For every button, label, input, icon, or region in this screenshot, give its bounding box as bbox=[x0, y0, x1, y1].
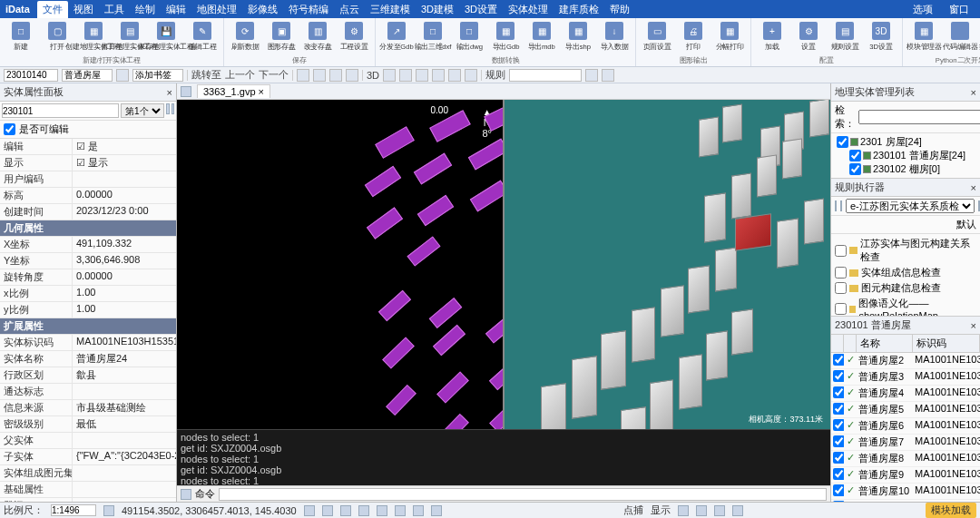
ribbon-button[interactable]: □新建 bbox=[4, 20, 38, 54]
ribbon-button[interactable]: ▦分幅打印 bbox=[712, 20, 747, 54]
viewport-tab[interactable]: 3363_1.gvp × bbox=[197, 84, 270, 98]
ribbon-button[interactable]: □输出dwg bbox=[452, 20, 486, 54]
building-3d[interactable] bbox=[688, 265, 710, 313]
building-3d[interactable] bbox=[572, 356, 597, 419]
ribbon-button[interactable]: 💾保存地理实体工程 bbox=[149, 20, 183, 54]
tree-item[interactable]: 2301 房屋[24] bbox=[833, 135, 978, 149]
ribbon-button[interactable]: ⚙工程设置 bbox=[337, 20, 371, 54]
building-2d[interactable] bbox=[386, 385, 416, 415]
status-icon[interactable] bbox=[431, 505, 442, 516]
building-3d[interactable] bbox=[661, 285, 684, 337]
row-checkbox[interactable] bbox=[833, 468, 844, 480]
building-3d[interactable] bbox=[706, 330, 728, 380]
building-3d[interactable] bbox=[731, 308, 753, 355]
building-3d[interactable] bbox=[715, 247, 737, 291]
ribbon-button[interactable]: 3D3D设置 bbox=[864, 20, 898, 54]
building-2d[interactable] bbox=[489, 359, 503, 390]
menu-item[interactable]: 文件 bbox=[37, 1, 68, 18]
status-icon[interactable] bbox=[358, 505, 369, 516]
menu-item[interactable]: 编辑 bbox=[161, 1, 191, 18]
menu-item[interactable]: 工具 bbox=[99, 1, 130, 18]
row-checkbox[interactable] bbox=[833, 354, 844, 366]
menu-item[interactable]: 窗口 bbox=[944, 1, 975, 18]
menu-item[interactable]: 建库质检 bbox=[554, 1, 604, 18]
tool-icon[interactable] bbox=[346, 69, 358, 82]
building-2d[interactable] bbox=[468, 139, 503, 171]
list-row[interactable]: ✓普通房屋7MA1001NE103H1535... bbox=[831, 435, 980, 451]
prop-row[interactable]: 实体名称普通房屋24 bbox=[0, 351, 176, 367]
tool-icon[interactable] bbox=[313, 69, 326, 82]
tree-checkbox[interactable] bbox=[849, 163, 861, 175]
list-row[interactable]: ✓普通房屋4MA1001NE103H1535... bbox=[831, 386, 980, 402]
prop-row[interactable]: 行政区划歙县 bbox=[0, 367, 176, 384]
row-checkbox[interactable] bbox=[833, 435, 844, 447]
ribbon-button[interactable]: 🖨打印 bbox=[676, 20, 710, 54]
row-checkbox[interactable] bbox=[833, 370, 844, 382]
building-3d[interactable] bbox=[704, 192, 726, 242]
building-2d[interactable] bbox=[375, 126, 415, 159]
prop-row[interactable]: 显示☑ 显示 bbox=[0, 155, 176, 171]
tab-close-icon[interactable]: × bbox=[259, 86, 264, 97]
prop-value[interactable]: MA1001NE103H15351422... bbox=[73, 335, 176, 350]
prop-row[interactable]: 旋转角度0.00000 bbox=[0, 269, 176, 286]
rule-checkbox[interactable] bbox=[835, 282, 847, 294]
building-3d[interactable] bbox=[782, 138, 802, 179]
prev-button[interactable]: 上一个 bbox=[225, 68, 255, 82]
building-3d-selected[interactable] bbox=[735, 213, 771, 251]
prop-row[interactable]: X坐标491,109.332 bbox=[0, 237, 176, 253]
rule-input[interactable] bbox=[509, 69, 582, 82]
ribbon-button[interactable]: ▦导出Gdb bbox=[488, 20, 523, 54]
tool-icon[interactable] bbox=[383, 69, 396, 82]
ribbon-button[interactable]: ▥改变存盘 bbox=[300, 20, 335, 54]
menu-item[interactable]: 影像线 bbox=[242, 1, 283, 18]
prop-row[interactable]: 密级级别最低 bbox=[0, 416, 176, 433]
ribbon-button[interactable]: 代码编辑器 bbox=[943, 20, 977, 54]
ribbon-button[interactable]: □输出三维dxf bbox=[416, 20, 450, 54]
col-code[interactable]: 标识码 bbox=[913, 335, 980, 352]
viewport-2d[interactable]: 0.00 ▲N8° bbox=[177, 100, 503, 429]
tool-icon[interactable] bbox=[465, 69, 477, 82]
menu-item[interactable]: 三维建模 bbox=[365, 1, 416, 18]
menu-item[interactable]: 视图 bbox=[68, 1, 99, 18]
building-3d[interactable] bbox=[541, 383, 566, 429]
list-row[interactable]: ✓普通房屋2MA1001NE103H1535... bbox=[831, 353, 980, 369]
tool-icon[interactable] bbox=[399, 69, 412, 82]
list-row[interactable]: ✓普通房屋10MA1001NE103H1535... bbox=[831, 484, 980, 500]
close-icon[interactable]: × bbox=[167, 87, 172, 98]
ribbon-button[interactable]: ▭页面设置 bbox=[640, 20, 674, 54]
status-icon[interactable] bbox=[103, 505, 114, 516]
prop-value[interactable] bbox=[73, 171, 176, 187]
building-2d[interactable] bbox=[433, 325, 466, 356]
tool-icon[interactable] bbox=[432, 69, 445, 82]
prop-value[interactable]: 1.00 bbox=[73, 286, 176, 301]
ribbon-button[interactable]: ↓导入数据 bbox=[597, 20, 632, 54]
refresh-icon[interactable] bbox=[166, 103, 170, 114]
layer-code-input[interactable] bbox=[4, 69, 58, 82]
building-2d[interactable] bbox=[489, 400, 503, 429]
building-2d[interactable] bbox=[378, 290, 411, 321]
rule-checkbox[interactable] bbox=[835, 303, 847, 315]
prop-value[interactable]: 2023/12/23 0:00 bbox=[73, 204, 176, 220]
tool-icon[interactable] bbox=[297, 69, 309, 82]
rules-default[interactable]: 默认 bbox=[956, 218, 976, 231]
prop-row[interactable]: 信息来源市县级基础测绘 bbox=[0, 400, 176, 416]
prop-value[interactable]: 3,306,646.908 bbox=[73, 253, 176, 269]
ribbon-button[interactable]: ▦模块管理器 bbox=[906, 20, 941, 54]
view-label[interactable]: 显示 bbox=[651, 503, 671, 517]
prop-row[interactable]: 创建时间2023/12/23 0:00 bbox=[0, 204, 176, 220]
tool-icon[interactable] bbox=[602, 69, 614, 82]
building-3d[interactable] bbox=[699, 116, 719, 157]
menu-item[interactable]: 实体处理 bbox=[503, 1, 554, 18]
building-3d[interactable] bbox=[621, 406, 646, 429]
tree-checkbox[interactable] bbox=[837, 136, 848, 148]
tab-prev-icon[interactable] bbox=[181, 86, 191, 97]
prop-row[interactable]: 子实体{"FW_A":"{3C2043E0-2897-... bbox=[0, 449, 176, 465]
row-checkbox[interactable] bbox=[833, 419, 844, 431]
menu-item[interactable]: 点云 bbox=[334, 1, 365, 18]
next-button[interactable]: 下一个 bbox=[259, 68, 289, 82]
building-3d[interactable] bbox=[809, 100, 829, 138]
list-row[interactable]: ✓普通房屋5MA1001NE103H1535... bbox=[831, 402, 980, 418]
prop-row[interactable]: 实体组成图元集 bbox=[0, 465, 176, 482]
status-icon[interactable] bbox=[395, 505, 406, 516]
prop-value[interactable] bbox=[73, 465, 176, 481]
